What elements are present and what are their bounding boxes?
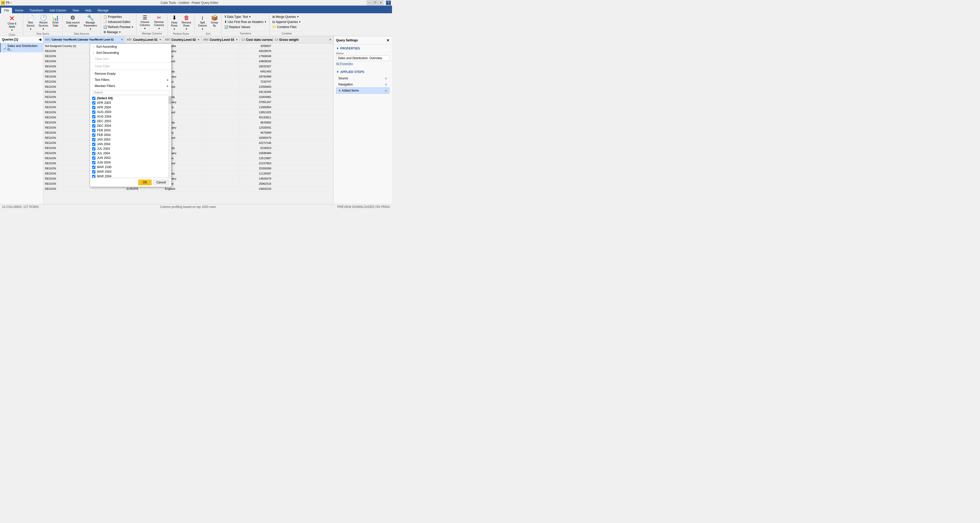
group-by-button[interactable]: 📦 GroupBy [209,14,220,28]
table-row[interactable]: REGIONAMERICACanada9643892 [43,120,333,125]
filter-dropdown[interactable]: ↑ Sort Ascending ↓ Sort Descending Clear… [90,43,172,187]
tab-transform[interactable]: Transform [26,8,46,13]
filter-list-item[interactable]: JAN 2004 [90,142,168,146]
col-filter-cal-year-month[interactable]: ▼ [121,38,123,41]
filter-list-item[interactable]: APR 2004 [90,105,168,110]
filter-list-checkbox[interactable] [92,143,95,146]
filter-list-item[interactable]: DEC 2004 [90,124,168,128]
remove-empty-item[interactable]: Remove Empty [90,71,171,77]
table-row[interactable]: REGIONAMERICAUSA26032927 [43,64,333,69]
recent-sources-button[interactable]: 🕐 RecentSources ▼ [37,14,50,31]
name-input[interactable] [336,56,390,61]
data-source-settings-button[interactable]: ⚙ Data sourcesettings [64,14,81,28]
filter-list-checkbox[interactable] [92,138,95,141]
table-row[interactable]: Not Assigned Country (s)Australia4268607 [43,43,333,48]
filter-list-checkbox[interactable] [92,110,95,114]
col-header-country-l03[interactable]: ABC Country.Level 03 ▼ [202,36,240,43]
data-type-button[interactable]: T Data Type: Text ▼ [223,14,268,19]
table-row[interactable]: REGIONEUROPEFrance12613687 [43,156,333,161]
table-row[interactable]: REGIONEUROPEFrance17969040 [43,54,333,59]
col-filter-gross-weight[interactable]: ▼ [329,38,331,41]
table-row[interactable]: REGIONAMERICACanada6156023 [43,145,333,151]
member-filters-item[interactable]: Member Filters [90,83,171,89]
table-row[interactable]: REGIONAMERICACanada10304981 [43,94,333,100]
filter-list-checkbox[interactable] [92,115,95,118]
col-header-country-l02[interactable]: ABC Country.Level 02 ▼ [163,36,202,43]
col-filter-country-l01[interactable]: ▼ [159,38,162,41]
query-item-sales-dist[interactable]: 📊 Sales and Distribution: O... [0,43,43,52]
table-row[interactable]: REGIONAMERICAUSA42272146 [43,140,333,145]
close-button[interactable]: ✕ [378,0,383,5]
merge-queries-button[interactable]: ⊞ Merge Queries ▼ [271,14,302,19]
table-row[interactable]: REGIONEUROPEGermany14826079 [43,176,333,181]
new-source-button[interactable]: 📄 NewSource ▼ [25,14,37,31]
filter-list-checkbox[interactable] [92,156,95,160]
split-column-button[interactable]: ↕ SplitColumn ▼ [196,14,208,31]
col-header-country-l01[interactable]: ABC Country.Level 01 ▼ [125,36,163,43]
step-navigation-gear-icon[interactable]: ⚙ [385,83,387,86]
manage-parameters-button[interactable]: 🔧 ManageParameters ▼ [82,14,99,31]
filter-list-checkbox[interactable] [92,101,95,105]
use-first-row-button[interactable]: ⬆ Use First Row as Headers ▼ [223,19,268,24]
filter-list-checkbox[interactable] [92,152,95,155]
remove-columns-button[interactable]: ✂ RemoveColumns ▼ [152,14,165,30]
text-filters-item[interactable]: Text Filters [90,77,171,83]
col-header-cal-year-month[interactable]: ABC Calendar Year/Month.Calendar Year/Mo… [43,36,125,43]
filter-list-checkbox[interactable] [92,134,95,137]
filter-list-item[interactable]: APR 2003 [90,100,168,105]
filter-scrollbar-thumb[interactable] [169,97,171,104]
filter-list-checkbox[interactable] [92,124,95,127]
tab-manage[interactable]: Manage [94,8,111,13]
advanced-editor-button[interactable]: 📝 Advanced Editor [102,19,135,24]
table-row[interactable]: REGIONEUROPEFrance9475899 [43,130,333,135]
filter-list-item[interactable]: AUG 2004 [90,114,168,119]
col-header-cost-stats[interactable]: 1.2 Cost stats currency ▼ [240,36,273,43]
filter-list[interactable]: (Select All)APR 2003APR 2004AUG 2003AUG … [90,96,168,178]
restore-button[interactable]: ❐ [372,0,378,5]
applied-step-source[interactable]: Source ⚙ [336,75,390,81]
filter-list-item[interactable]: MAR 1030 [90,165,168,169]
filter-list-checkbox[interactable] [92,106,95,109]
step-added-items-gear-icon[interactable]: ⚙ [385,89,387,92]
choose-columns-button[interactable]: ☰ ChooseColumns ▼ [138,14,151,30]
filter-list-item[interactable]: FEB 2004 [90,133,168,137]
tab-file[interactable]: File [1,8,12,13]
filter-list-checkbox[interactable] [92,97,95,100]
filter-scrollbar[interactable] [168,96,171,178]
filter-list-item[interactable]: DEC 2003 [90,119,168,124]
table-row[interactable]: REGIONEUROPEGermany49328079 [43,48,333,54]
filter-list-item[interactable]: JUN 2004 [90,160,168,165]
table-row[interactable]: REGIONEUROPEEngland24809029 [43,59,333,64]
close-apply-button[interactable]: ✕ Close & Apply ▼ [3,14,21,32]
filter-list-checkbox[interactable] [92,147,95,151]
filter-ok-button[interactable]: OK [138,180,151,185]
table-row[interactable]: REGIONEUROPEGermany28700489 [43,74,333,79]
col-filter-country-l03[interactable]: ▼ [235,38,238,41]
table-row[interactable]: REGIONEUROPEFrance11000854 [43,105,333,110]
table-row[interactable]: REGIONEUROPEFrance7233747 [43,79,333,84]
manage-button[interactable]: ⚙ Manage ▼ [102,30,135,35]
table-row[interactable]: REGIONAMERICAUSA40193811 [43,115,333,120]
tab-help[interactable]: Help [82,8,94,13]
tab-add-column[interactable]: Add Column [46,8,69,13]
table-row[interactable]: REGIONEUROPEFrance25962516 [43,181,333,186]
table-row[interactable]: REGIONEUROPEGermany37991347 [43,100,333,105]
collapse-icon[interactable]: ◀ [39,38,41,41]
sort-ascending-item[interactable]: ↑ Sort Ascending [90,44,171,50]
combine-files-button[interactable]: 📁 Combine Files [271,24,302,30]
filter-list-item[interactable]: JUN 2003 [90,156,168,160]
remove-rows-button[interactable]: 🗑 RemoveRows ▼ [180,14,193,31]
table-row[interactable]: REGIONEUROPEEngland18365679 [43,135,333,140]
step-source-gear-icon[interactable]: ⚙ [385,77,387,80]
minimize-button[interactable]: — [367,0,372,5]
filter-cancel-button[interactable]: Cancel [153,180,169,185]
table-body[interactable]: Not Assigned Country (s)Australia4268607… [43,43,333,204]
filter-list-item[interactable]: JAN 2003 [90,137,168,142]
filter-list-item[interactable]: AUG 2003 [90,110,168,114]
filter-list-checkbox[interactable] [92,165,95,169]
table-row[interactable]: REGIONEUROPEEngland22157663 [43,161,333,166]
properties-button[interactable]: 📋 Properties [102,14,135,19]
table-row[interactable]: REGIONEUROPEGermany16588484 [43,151,333,156]
replace-values-button[interactable]: 🔄 Replace Values [223,24,268,30]
table-row[interactable]: REGIONEUROPEEngland12050663 [43,84,333,89]
